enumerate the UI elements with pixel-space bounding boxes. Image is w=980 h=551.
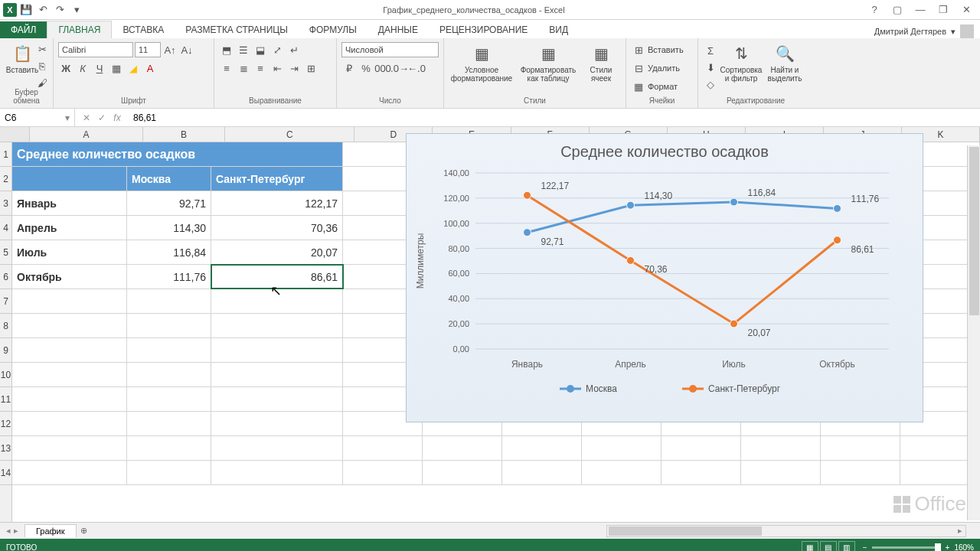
row-header-3[interactable]: 3 (0, 191, 11, 216)
cell[interactable] (127, 338, 211, 362)
tab-home[interactable]: ГЛАВНАЯ (47, 21, 112, 38)
qat-undo-icon[interactable]: ↶ (35, 2, 51, 18)
comma-format-icon[interactable]: 000 (375, 60, 390, 76)
cell[interactable] (343, 436, 423, 460)
cell[interactable] (211, 314, 343, 337)
select-all-corner[interactable] (0, 127, 30, 142)
cell[interactable] (211, 412, 343, 435)
align-top-icon[interactable]: ⬒ (219, 42, 234, 57)
row-header-6[interactable]: 6 (0, 265, 11, 289)
accounting-format-icon[interactable]: ₽ (341, 60, 357, 76)
font-size-select[interactable]: 11 (135, 42, 161, 57)
value-cell[interactable]: 70,36 (211, 216, 343, 240)
month-cell[interactable]: Январь (12, 191, 127, 215)
cell[interactable] (127, 363, 211, 386)
ribbon-options-icon[interactable]: ▢ (887, 2, 908, 18)
header-moscow[interactable]: Москва (127, 167, 211, 191)
zoom-in-icon[interactable]: + (946, 543, 950, 552)
vertical-scrollbar[interactable] (967, 145, 980, 520)
italic-button[interactable]: К (75, 60, 90, 76)
underline-button[interactable]: Ч (92, 60, 107, 76)
fill-color-icon[interactable]: ◢ (126, 60, 141, 76)
tab-formulas[interactable]: ФОРМУЛЫ (299, 21, 368, 38)
row-header-8[interactable]: 8 (0, 314, 11, 338)
decrease-decimal-icon[interactable]: ←.0 (409, 60, 424, 76)
delete-cells-button[interactable]: Удалить (648, 64, 680, 73)
sort-filter-button[interactable]: ⇅Сортировка и фильтр (720, 41, 763, 96)
zoom-slider[interactable] (872, 546, 941, 549)
chart[interactable]: Среднее количество осадков 0,0020,0040,0… (406, 133, 923, 422)
row-header-13[interactable]: 13 (0, 436, 11, 461)
font-color-icon[interactable]: A (142, 60, 158, 76)
view-page-layout-icon[interactable]: ▤ (820, 541, 837, 551)
increase-indent-icon[interactable]: ⇥ (286, 60, 302, 76)
cell[interactable] (821, 436, 900, 460)
cell[interactable] (502, 436, 582, 460)
cell[interactable] (12, 167, 127, 191)
cut-icon[interactable]: ✂ (34, 41, 50, 57)
col-header-B[interactable]: B (143, 127, 226, 142)
row-header-2[interactable]: 2 (0, 167, 11, 191)
tab-file[interactable]: ФАЙЛ (0, 21, 47, 38)
cell[interactable] (502, 461, 582, 484)
fill-icon[interactable]: ⬇ (703, 60, 718, 75)
cell[interactable] (12, 363, 127, 386)
tab-review[interactable]: РЕЦЕНЗИРОВАНИЕ (429, 21, 538, 38)
cell[interactable] (12, 461, 127, 484)
qat-redo-icon[interactable]: ↷ (52, 2, 67, 18)
cell[interactable] (423, 436, 502, 460)
row-header-11[interactable]: 11 (0, 387, 11, 412)
add-sheet-icon[interactable]: ⊕ (77, 526, 92, 536)
decrease-indent-icon[interactable]: ⇤ (270, 60, 285, 76)
cell[interactable] (12, 314, 127, 337)
value-cell[interactable]: 122,17 (211, 191, 343, 215)
value-cell[interactable]: 86,61 (211, 265, 343, 289)
row-header-4[interactable]: 4 (0, 216, 11, 240)
sheet-nav-next-icon[interactable]: ▸ (14, 526, 18, 536)
insert-cells-icon[interactable]: ⊞ (631, 42, 646, 57)
percent-format-icon[interactable]: % (358, 60, 374, 76)
format-as-table-button[interactable]: ▦Форматировать как таблицу (518, 41, 579, 96)
value-cell[interactable]: 111,76 (127, 265, 211, 289)
increase-font-icon[interactable]: A↑ (162, 42, 178, 57)
clear-icon[interactable]: ◇ (703, 77, 718, 92)
cell-styles-button[interactable]: ▦Стили ячеек (582, 41, 620, 96)
formula-input[interactable]: 86,61 (129, 112, 980, 123)
qat-save-icon[interactable]: 💾 (18, 2, 34, 18)
cell[interactable] (821, 461, 900, 484)
cell[interactable] (211, 338, 343, 362)
value-cell[interactable]: 116,84 (127, 240, 211, 264)
wrap-text-icon[interactable]: ↵ (286, 42, 302, 57)
value-cell[interactable]: 92,71 (127, 191, 211, 215)
copy-icon[interactable]: ⎘ (34, 58, 50, 73)
sheet-nav-prev-icon[interactable]: ◂ (6, 526, 11, 536)
cell[interactable] (127, 387, 211, 411)
row-header-1[interactable]: 1 (0, 142, 11, 167)
row-header-12[interactable]: 12 (0, 412, 11, 436)
cell[interactable] (127, 289, 211, 313)
user-account[interactable]: Дмитрий Дегтярев ▾ (874, 24, 980, 38)
cell[interactable] (423, 461, 502, 484)
sheet-tab[interactable]: График (24, 524, 77, 537)
increase-decimal-icon[interactable]: .0→ (392, 60, 407, 76)
qat-customize-icon[interactable]: ▾ (69, 2, 84, 18)
tab-view[interactable]: ВИД (538, 21, 579, 38)
minimize-icon[interactable]: — (910, 2, 931, 18)
tab-data[interactable]: ДАННЫЕ (368, 21, 429, 38)
horizontal-scrollbar[interactable]: ▸ (606, 525, 966, 537)
cell[interactable] (211, 387, 343, 411)
col-header-A[interactable]: A (30, 127, 142, 142)
row-header-10[interactable]: 10 (0, 363, 11, 387)
view-normal-icon[interactable]: ▦ (802, 541, 818, 551)
find-select-button[interactable]: 🔍Найти и выделить (764, 41, 805, 96)
cell[interactable] (12, 338, 127, 362)
format-cells-icon[interactable]: ▦ (631, 79, 646, 94)
cell[interactable] (12, 412, 127, 435)
value-cell[interactable]: 20,07 (211, 240, 343, 264)
cell[interactable] (127, 412, 211, 435)
view-page-break-icon[interactable]: ▥ (838, 541, 855, 551)
merge-center-icon[interactable]: ⊞ (303, 60, 318, 76)
orientation-icon[interactable]: ⤢ (270, 42, 285, 57)
cell[interactable] (741, 461, 821, 484)
row-header-5[interactable]: 5 (0, 240, 11, 265)
